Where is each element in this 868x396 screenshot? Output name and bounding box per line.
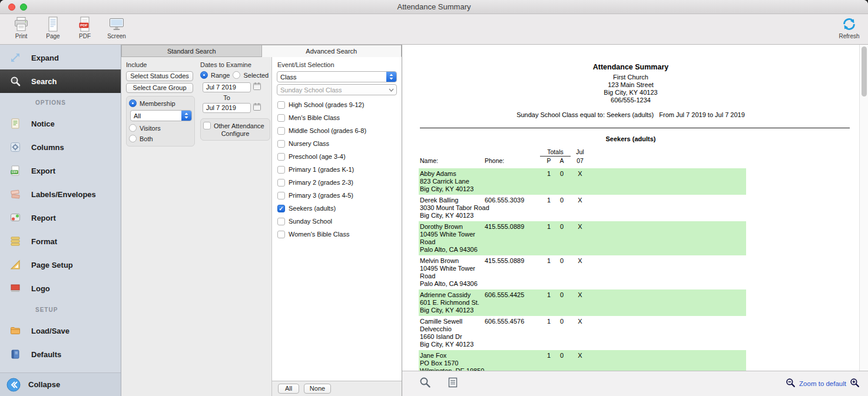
row-attendance-mark: X bbox=[574, 197, 586, 204]
checkbox-icon[interactable] bbox=[277, 218, 285, 225]
membership-radio[interactable] bbox=[129, 99, 137, 107]
report-preview: Attendance Summary First Church 123 Main… bbox=[402, 45, 868, 396]
page-button[interactable]: Page bbox=[40, 16, 66, 39]
checkbox-icon[interactable] bbox=[277, 192, 285, 199]
checkbox-icon[interactable] bbox=[277, 140, 285, 148]
checkbox-icon[interactable] bbox=[277, 231, 285, 238]
tab-standard-search[interactable]: Standard Search bbox=[121, 45, 262, 57]
sidebar-item-search[interactable]: Search bbox=[0, 69, 121, 93]
sidebar-item-page-setup[interactable]: Page Setup bbox=[0, 253, 121, 277]
select-all-button[interactable]: All bbox=[278, 384, 299, 394]
report-scrollbar[interactable] bbox=[859, 45, 868, 371]
org-phone: 606/555-1234 bbox=[402, 96, 859, 104]
class-item-middle-school[interactable]: Middle School (grades 6-8) bbox=[276, 124, 397, 137]
select-status-codes-button[interactable]: Select Status Codes bbox=[126, 71, 193, 81]
sidebar-item-format[interactable]: Format bbox=[0, 229, 121, 253]
row-absent-count: 0 bbox=[558, 291, 566, 299]
svg-text:PDF: PDF bbox=[80, 23, 88, 27]
row-present-count: 1 bbox=[545, 291, 553, 299]
report-rows: Abby Adams 823 Carrick Lane Big City, KY… bbox=[419, 168, 859, 371]
row-phone: 606.555.3039 bbox=[485, 197, 524, 204]
membership-type-value: All bbox=[131, 112, 181, 119]
class-item-primary-3[interactable]: Primary 3 (grades 4-5) bbox=[276, 189, 397, 202]
row-present-count: 1 bbox=[545, 223, 553, 231]
sidebar-item-expand[interactable]: Expand bbox=[0, 46, 121, 69]
screen-icon bbox=[108, 16, 125, 32]
sidebar-item-columns[interactable]: Columns bbox=[0, 135, 121, 159]
class-item-womens-bible[interactable]: Women's Bible Class bbox=[276, 228, 397, 241]
screen-button[interactable]: Screen bbox=[104, 16, 130, 39]
checkbox-icon[interactable] bbox=[277, 205, 285, 212]
configure-button[interactable]: Configure bbox=[203, 130, 267, 137]
select-none-button[interactable]: None bbox=[304, 384, 331, 394]
report-search-icon[interactable] bbox=[419, 376, 432, 391]
selected-radio[interactable] bbox=[233, 71, 240, 79]
print-button[interactable]: Print bbox=[8, 16, 34, 39]
class-item-preschool[interactable]: Preschool (age 3-4) bbox=[276, 150, 397, 163]
both-radio-row[interactable]: Both bbox=[129, 135, 192, 142]
calendar-icon[interactable] bbox=[253, 82, 261, 93]
tab-advanced-search[interactable]: Advanced Search bbox=[262, 45, 402, 57]
class-item-seekers[interactable]: Seekers (adults) bbox=[276, 202, 397, 215]
calendar-icon[interactable] bbox=[253, 102, 261, 114]
zoom-in-icon[interactable] bbox=[850, 378, 860, 390]
sidebar-item-load-save[interactable]: Load/Save bbox=[0, 319, 121, 342]
class-item-sunday-school[interactable]: Sunday School bbox=[276, 215, 397, 228]
zoom-to-default-button[interactable]: Zoom to default bbox=[799, 380, 846, 387]
class-item-primary-2[interactable]: Primary 2 (grades 2-3) bbox=[276, 176, 397, 189]
org-city: Big City, KY 40123 bbox=[402, 89, 859, 96]
event-filter-select[interactable]: Sunday School Class bbox=[277, 84, 397, 95]
select-care-group-button[interactable]: Select Care Group bbox=[126, 83, 193, 93]
checkbox-icon[interactable] bbox=[277, 101, 285, 109]
visitors-radio-row[interactable]: Visitors bbox=[129, 124, 192, 132]
scrollbar-thumb[interactable] bbox=[862, 46, 867, 96]
row-name: Abby Adams bbox=[420, 170, 496, 178]
checkbox-icon[interactable] bbox=[277, 166, 285, 174]
checkbox-icon[interactable] bbox=[277, 114, 285, 122]
sidebar-item-report[interactable]: Report bbox=[0, 206, 121, 229]
row-address: 3030 Mount Tabor Road Big City, KY 40123 bbox=[420, 204, 496, 219]
membership-radio-row[interactable]: Membership bbox=[129, 99, 192, 107]
to-date-field[interactable]: Jul 7 2019 bbox=[203, 103, 251, 113]
attendance-row: Derek Balling 3030 Mount Tabor Road Big … bbox=[419, 195, 746, 221]
visitors-radio[interactable] bbox=[129, 124, 137, 132]
selected-radio-label: Selected bbox=[243, 72, 269, 79]
zoom-window-button[interactable] bbox=[20, 4, 27, 11]
col-header-name: Name: bbox=[420, 157, 438, 164]
event-filter-value: Sunday School Class bbox=[277, 86, 386, 94]
report-column-headers: Totals Jul Name: Phone: P A 07 bbox=[419, 148, 850, 165]
both-radio[interactable] bbox=[129, 135, 137, 142]
attendance-row: Adrienne Cassidy 601 E. Richmond St. Big… bbox=[419, 289, 746, 316]
row-absent-count: 0 bbox=[558, 197, 566, 204]
close-button[interactable] bbox=[8, 4, 15, 11]
event-type-select[interactable]: Class bbox=[277, 71, 397, 82]
page-label: Page bbox=[46, 33, 59, 39]
sidebar-item-labels-envelopes[interactable]: Labels/Envelopes bbox=[0, 182, 121, 206]
sidebar-item-notice[interactable]: Notice bbox=[0, 112, 121, 135]
pdf-button[interactable]: PDF PDF bbox=[72, 16, 98, 39]
format-icon bbox=[8, 235, 23, 247]
range-radio[interactable] bbox=[200, 71, 208, 79]
other-attendance-checkbox[interactable] bbox=[203, 122, 211, 129]
checkbox-icon[interactable] bbox=[277, 153, 285, 161]
print-label: Print bbox=[15, 33, 28, 39]
membership-radio-label: Membership bbox=[140, 100, 175, 107]
checkbox-icon[interactable] bbox=[277, 179, 285, 187]
class-item-high-school[interactable]: High School (grades 9-12) bbox=[276, 98, 397, 111]
report-list-icon[interactable] bbox=[447, 377, 459, 391]
class-item-mens-bible[interactable]: Men's Bible Class bbox=[276, 111, 397, 124]
zoom-out-icon[interactable] bbox=[786, 378, 796, 390]
col-header-present: P bbox=[545, 157, 553, 164]
svg-text:CSV: CSV bbox=[12, 171, 18, 174]
row-attendance-mark: X bbox=[574, 318, 586, 325]
sidebar-item-defaults[interactable]: Defaults bbox=[0, 342, 121, 366]
membership-type-select[interactable]: All bbox=[130, 110, 192, 121]
class-item-primary-1[interactable]: Primary 1 (grades K-1) bbox=[276, 163, 397, 176]
from-date-field[interactable]: Jul 7 2019 bbox=[203, 82, 251, 92]
sidebar-item-logo[interactable]: Logo bbox=[0, 277, 121, 300]
class-item-nursery[interactable]: Nursery Class bbox=[276, 137, 397, 150]
sidebar-item-collapse[interactable]: Collapse bbox=[0, 372, 121, 396]
refresh-button[interactable]: Refresh bbox=[836, 16, 862, 39]
sidebar-item-export[interactable]: CSV Export bbox=[0, 159, 121, 182]
checkbox-icon[interactable] bbox=[277, 127, 285, 135]
